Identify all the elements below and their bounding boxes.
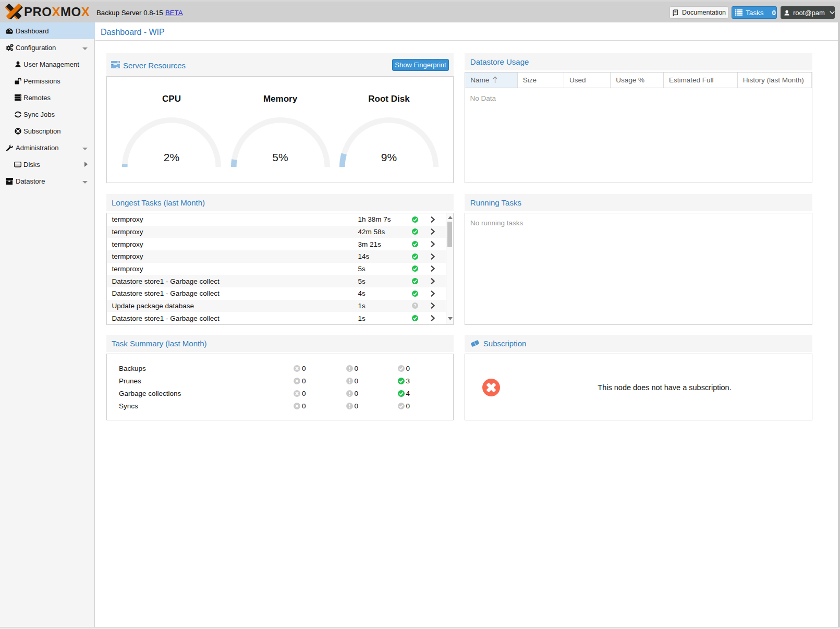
svg-text:PROXMOX: PROXMOX xyxy=(24,5,90,19)
svg-text:?: ? xyxy=(413,304,416,308)
